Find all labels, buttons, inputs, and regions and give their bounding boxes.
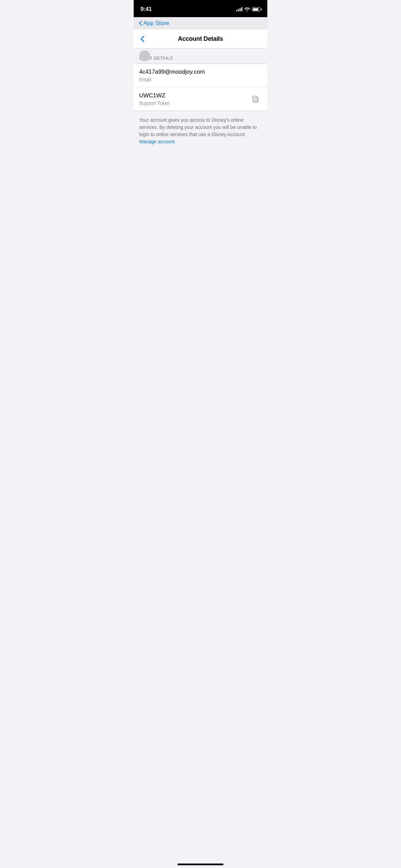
wifi-icon: [244, 7, 250, 11]
chevron-left-icon: [139, 21, 142, 26]
email-field-row: 4c417a99@moodjoy.com Email: [134, 64, 267, 87]
fields-container: 4c417a99@moodjoy.com Email UWC1WZ Suppor…: [134, 63, 267, 111]
copy-button[interactable]: [250, 93, 262, 106]
manage-account-link[interactable]: Manage account: [139, 139, 175, 144]
support-token-field-row: UWC1WZ Support Token: [134, 87, 267, 111]
app-store-bar: App Store: [134, 17, 267, 29]
status-icons: [236, 7, 260, 11]
back-chevron-icon: [141, 36, 144, 42]
info-section: Your account gives you access to Disney'…: [134, 111, 267, 151]
email-value: 4c417a99@moodjoy.com: [139, 69, 262, 75]
page-title: Account Details: [178, 35, 223, 43]
signal-icon: [236, 7, 242, 11]
app-store-back-label: App Store: [143, 20, 169, 27]
back-button[interactable]: [139, 34, 146, 44]
section-header-user-details: USER DETAILS: [134, 49, 267, 63]
email-label: Email: [139, 77, 262, 82]
support-token-label: Support Token: [139, 100, 262, 106]
status-bar: 9:41: [134, 0, 267, 17]
avatar: [139, 50, 150, 61]
app-store-back-button[interactable]: App Store: [139, 20, 169, 27]
status-time: 9:41: [141, 6, 152, 13]
copy-icon: [251, 94, 260, 104]
nav-header: Account Details: [134, 29, 267, 49]
support-token-value: UWC1WZ: [139, 92, 262, 99]
battery-icon: [252, 7, 260, 11]
info-body-text: Your account gives you access to Disney'…: [139, 117, 257, 137]
